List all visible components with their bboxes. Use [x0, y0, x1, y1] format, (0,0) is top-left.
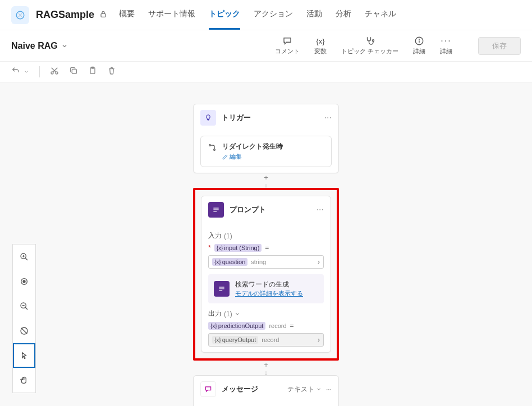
- question-field[interactable]: {x} question string ›: [208, 255, 324, 269]
- trigger-node[interactable]: トリガー ··· リダイレクト発生時 編集: [193, 104, 339, 173]
- variable-icon: {x}: [316, 36, 324, 46]
- topic-name-label: Naive RAG: [11, 41, 58, 51]
- info-icon: [414, 36, 424, 46]
- svg-point-15: [23, 280, 25, 283]
- prompt-node[interactable]: プロンプト ··· 入力 (1) * {x} input (String) = …: [201, 196, 331, 353]
- svg-point-22: [209, 145, 211, 146]
- zoom-in-button[interactable]: [13, 244, 35, 269]
- more-button[interactable]: ··· 詳細: [440, 36, 452, 56]
- tab-overview[interactable]: 概要: [119, 0, 135, 30]
- redirect-icon: [208, 143, 217, 154]
- message-type-dropdown[interactable]: テキスト: [287, 385, 322, 394]
- chevron-down-icon: [316, 386, 322, 392]
- message-node[interactable]: メッセージ テキスト ··· 検索ワード：: [193, 375, 339, 406]
- svg-point-7: [56, 72, 58, 74]
- details-button[interactable]: 詳細: [413, 36, 425, 56]
- prompt-icon: [208, 202, 224, 218]
- topic-checker-button[interactable]: トピック チェッカー: [341, 36, 398, 56]
- highlight-box: プロンプト ··· 入力 (1) * {x} input (String) = …: [193, 188, 339, 361]
- input-var-badge: {x} input (String): [214, 244, 262, 252]
- chevron-down-icon: [235, 311, 240, 317]
- prompt-more-button[interactable]: ···: [317, 205, 324, 215]
- cut-button[interactable]: [50, 66, 59, 77]
- svg-point-23: [214, 149, 215, 151]
- svg-rect-1: [101, 13, 106, 17]
- prompt-icon: [214, 281, 230, 297]
- message-title: メッセージ: [222, 384, 282, 394]
- undo-button[interactable]: [11, 66, 20, 77]
- chevron-down-icon: [61, 43, 68, 49]
- app-logo: [11, 6, 29, 24]
- copy-button[interactable]: [69, 66, 78, 77]
- svg-point-2: [372, 40, 374, 41]
- undo-chevron-icon[interactable]: [24, 67, 29, 77]
- tab-channels[interactable]: チャネル: [365, 0, 396, 30]
- minimap-button[interactable]: [13, 319, 35, 343]
- model-card[interactable]: 検索ワードの生成 モデルの詳細を表示する: [208, 274, 324, 303]
- plus-icon[interactable]: +: [264, 361, 268, 369]
- message-more-button[interactable]: ···: [326, 385, 332, 393]
- comment-icon: [282, 36, 292, 46]
- zoom-out-button[interactable]: [13, 294, 35, 319]
- connector: + ↓: [193, 361, 339, 375]
- redirect-card[interactable]: リダイレクト発生時 編集: [200, 136, 332, 167]
- redirect-edit-link[interactable]: 編集: [222, 153, 283, 161]
- variables-button[interactable]: {x} 変数: [314, 36, 327, 56]
- required-star: *: [208, 244, 211, 252]
- pencil-icon: [222, 154, 228, 160]
- plus-icon[interactable]: +: [264, 173, 268, 182]
- pan-button[interactable]: [13, 368, 35, 393]
- trigger-title: トリガー: [222, 113, 319, 123]
- tab-support[interactable]: サポート情報: [148, 0, 195, 30]
- delete-button[interactable]: [107, 66, 116, 77]
- lightbulb-icon: [200, 110, 216, 126]
- message-icon: [200, 381, 216, 397]
- output-section-label[interactable]: 出力 (1): [208, 309, 324, 319]
- app-title: RAGSample: [36, 9, 94, 21]
- tab-topics[interactable]: トピック: [209, 0, 240, 30]
- main-tabs: 概要 サポート情報 トピック アクション 活動 分析 チャネル: [119, 0, 396, 30]
- svg-line-12: [25, 258, 27, 260]
- input-section-label: 入力 (1): [208, 231, 324, 241]
- paste-button[interactable]: [88, 66, 97, 77]
- prediction-var-badge: {x} predictionOutput: [208, 322, 265, 330]
- tab-analytics[interactable]: 分析: [336, 0, 351, 30]
- redirect-title: リダイレクト発生時: [222, 142, 283, 151]
- comment-button[interactable]: コメント: [275, 36, 300, 56]
- prompt-title: プロンプト: [230, 205, 311, 215]
- svg-point-6: [51, 72, 53, 74]
- pointer-button[interactable]: [13, 343, 35, 368]
- tab-activity[interactable]: 活動: [306, 0, 322, 30]
- zoom-fit-button[interactable]: [13, 269, 35, 294]
- lock-icon: [99, 10, 108, 21]
- save-button[interactable]: 保存: [478, 37, 521, 55]
- gen-link[interactable]: モデルの詳細を表示する: [235, 289, 303, 298]
- query-output-field[interactable]: {x} queryOutput record ›: [208, 333, 324, 347]
- svg-line-18: [25, 307, 27, 310]
- trigger-more-button[interactable]: ···: [324, 113, 332, 123]
- chevron-right-icon: ›: [318, 258, 320, 266]
- svg-rect-8: [72, 69, 76, 73]
- connector: + ↓: [193, 173, 339, 188]
- stethoscope-icon: [365, 36, 375, 46]
- chevron-right-icon: ›: [318, 336, 320, 344]
- tab-actions[interactable]: アクション: [254, 0, 293, 30]
- svg-line-21: [21, 328, 27, 334]
- svg-point-5: [419, 39, 420, 40]
- topic-name-dropdown[interactable]: Naive RAG: [11, 41, 68, 51]
- zoom-toolbar: [12, 244, 36, 393]
- gen-title: 検索ワードの生成: [235, 280, 303, 289]
- more-icon: ···: [441, 36, 451, 46]
